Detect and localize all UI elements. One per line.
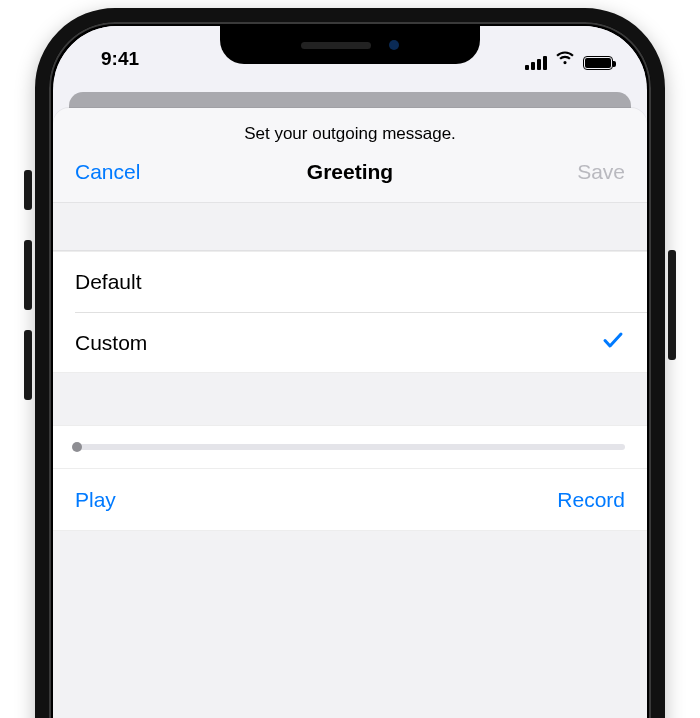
cellular-icon [525,56,547,70]
device-notch [220,26,480,64]
section-spacer [53,373,647,425]
record-button[interactable]: Record [557,488,625,512]
wifi-icon [555,48,575,70]
section-spacer [53,203,647,251]
speaker-grille [301,42,371,49]
volume-down-button [24,330,32,400]
front-camera [389,40,399,50]
checkmark-icon [601,328,625,357]
option-default[interactable]: Default [53,252,647,312]
greeting-sheet: Set your outgoing message. Cancel Greeti… [53,108,647,718]
option-default-label: Default [75,270,142,294]
sheet-subtitle: Set your outgoing message. [53,108,647,154]
battery-icon [583,56,613,70]
save-button[interactable]: Save [577,160,625,184]
section-spacer [53,531,647,718]
volume-up-button [24,240,32,310]
power-button [668,250,676,360]
progress-track [75,444,625,450]
option-custom-label: Custom [75,331,147,355]
volume-switch [24,170,32,210]
sheet-title: Greeting [53,160,647,184]
greeting-options-list: Default Custom [53,251,647,373]
cancel-button[interactable]: Cancel [75,160,140,184]
progress-thumb[interactable] [72,442,82,452]
option-custom[interactable]: Custom [75,312,647,372]
status-time: 9:41 [83,48,139,74]
play-button[interactable]: Play [75,488,116,512]
playback-progress[interactable] [53,425,647,469]
